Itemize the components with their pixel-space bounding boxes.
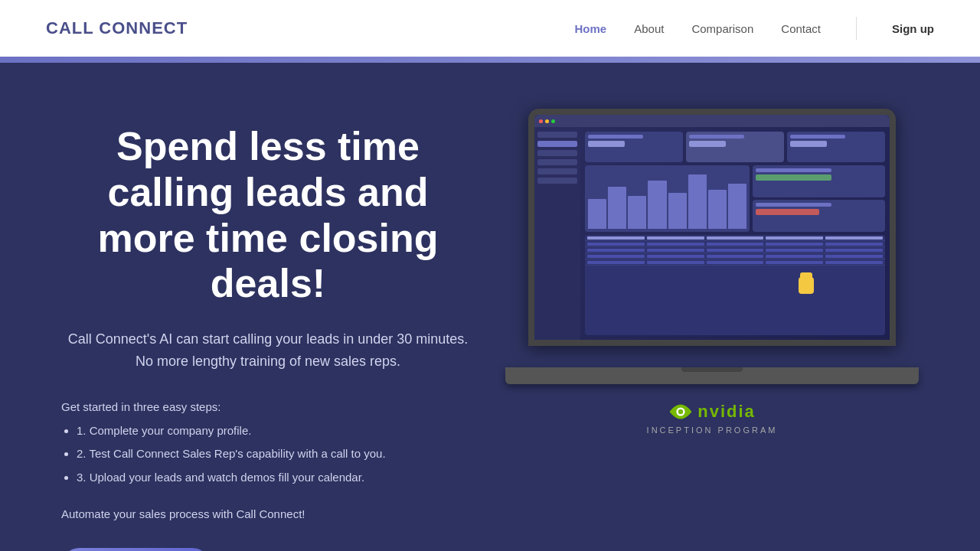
chart-table-row bbox=[585, 165, 885, 232]
laptop-screen bbox=[528, 109, 896, 346]
table-cell bbox=[707, 236, 764, 240]
table-cell bbox=[766, 249, 823, 252]
signup-button[interactable]: Sign up bbox=[892, 22, 934, 35]
mock-card-row bbox=[585, 132, 885, 162]
mascot bbox=[795, 272, 817, 294]
table-cell bbox=[707, 243, 764, 246]
table-cell bbox=[825, 261, 883, 264]
nvidia-eye-icon bbox=[668, 399, 693, 424]
laptop-base bbox=[505, 367, 919, 384]
screen-inner bbox=[534, 115, 890, 340]
sidebar-item bbox=[537, 159, 577, 165]
laptop-mockup bbox=[505, 109, 919, 384]
mock-chart bbox=[585, 165, 750, 232]
mock-main bbox=[580, 127, 890, 340]
hero-section: Spend less time calling leads and more t… bbox=[0, 63, 980, 551]
right-cards bbox=[753, 165, 885, 232]
mock-card-3 bbox=[787, 132, 885, 162]
nav-home[interactable]: Home bbox=[575, 22, 607, 35]
sidebar-item-active bbox=[537, 141, 577, 147]
mock-card-title bbox=[689, 135, 744, 139]
table-row bbox=[585, 259, 885, 266]
accent-bar bbox=[0, 57, 980, 63]
mock-table bbox=[585, 235, 885, 335]
table-cell bbox=[647, 249, 704, 252]
table-row bbox=[585, 241, 885, 247]
nvidia-text: nvidia bbox=[697, 402, 756, 422]
step-2: 2. Test Call Connect Sales Rep's capabil… bbox=[77, 445, 475, 463]
dot-red bbox=[539, 119, 543, 123]
logo: CALL CONNECT bbox=[46, 18, 188, 38]
table-cell bbox=[825, 236, 883, 240]
get-started-button[interactable]: Get Started For Free bbox=[61, 548, 211, 551]
table-cell bbox=[587, 255, 645, 258]
mock-card-val bbox=[588, 141, 625, 147]
table-row bbox=[585, 253, 885, 259]
svg-point-1 bbox=[678, 409, 683, 414]
table-row bbox=[585, 247, 885, 253]
hero-right: nvidia INCEPTION PROGRAM bbox=[505, 109, 919, 435]
nav-comparison[interactable]: Comparison bbox=[691, 22, 753, 35]
step-1: 1. Complete your company profile. bbox=[77, 422, 475, 440]
hero-left: Spend less time calling leads and more t… bbox=[61, 109, 475, 551]
bar bbox=[708, 190, 727, 229]
mock-card-val bbox=[756, 174, 831, 181]
header: CALL CONNECT Home About Comparison Conta… bbox=[0, 0, 980, 57]
bar bbox=[648, 181, 666, 229]
dot-green bbox=[551, 119, 555, 123]
dot-yellow bbox=[545, 119, 549, 123]
bar bbox=[728, 184, 746, 229]
steps-label: Get started in three easy steps: bbox=[61, 400, 475, 413]
cta-row: Get Started For Free Watch The Demo bbox=[61, 548, 475, 551]
laptop-hinge bbox=[681, 367, 743, 372]
hero-subtitle: Call Connect's AI can start calling your… bbox=[61, 328, 475, 373]
sidebar-item bbox=[537, 178, 577, 184]
table-cell bbox=[766, 255, 823, 258]
table-cell bbox=[825, 255, 883, 258]
table-cell bbox=[825, 243, 883, 246]
table-cell bbox=[766, 243, 823, 246]
automate-text: Automate your sales process with Call Co… bbox=[61, 507, 475, 520]
table-cell bbox=[647, 243, 704, 246]
navigation: Home About Comparison Contact Sign up bbox=[575, 17, 934, 40]
bar bbox=[628, 196, 646, 230]
sidebar-item bbox=[537, 132, 577, 138]
table-cell bbox=[766, 261, 823, 264]
table-header-row bbox=[585, 235, 885, 241]
bar bbox=[688, 174, 707, 229]
table-cell bbox=[587, 236, 645, 240]
nvidia-program-label: INCEPTION PROGRAM bbox=[647, 425, 778, 435]
steps-list: 1. Complete your company profile. 2. Tes… bbox=[61, 422, 475, 487]
nav-contact[interactable]: Contact bbox=[781, 22, 821, 35]
sidebar-item bbox=[537, 150, 577, 156]
mock-card-2 bbox=[686, 132, 784, 162]
mascot-body bbox=[799, 277, 814, 294]
nav-about[interactable]: About bbox=[634, 22, 664, 35]
sidebar-item bbox=[537, 168, 577, 174]
mini-card bbox=[753, 165, 885, 197]
mock-card-val bbox=[689, 141, 726, 147]
mock-card-1 bbox=[585, 132, 683, 162]
table-cell bbox=[647, 255, 704, 258]
bar bbox=[668, 193, 687, 230]
table-cell bbox=[766, 236, 823, 240]
mock-card-title bbox=[790, 135, 845, 139]
table-cell bbox=[707, 249, 764, 252]
table-cell bbox=[707, 261, 764, 264]
nvidia-badge: nvidia INCEPTION PROGRAM bbox=[647, 399, 778, 435]
table-cell bbox=[587, 249, 645, 252]
mini-card bbox=[753, 200, 885, 232]
table-cell bbox=[825, 249, 883, 252]
table-cell bbox=[647, 261, 704, 264]
mock-dashboard bbox=[534, 115, 890, 340]
step-3: 3. Upload your leads and watch demos fil… bbox=[77, 469, 475, 487]
bar bbox=[588, 199, 606, 230]
nav-divider bbox=[856, 17, 857, 40]
mock-card-title bbox=[756, 203, 831, 207]
table-cell bbox=[587, 261, 645, 264]
bar bbox=[608, 187, 626, 229]
mock-card-val bbox=[756, 209, 818, 215]
table-cell bbox=[707, 255, 764, 258]
mock-card-val bbox=[790, 141, 827, 147]
hero-title: Spend less time calling leads and more t… bbox=[61, 124, 475, 307]
